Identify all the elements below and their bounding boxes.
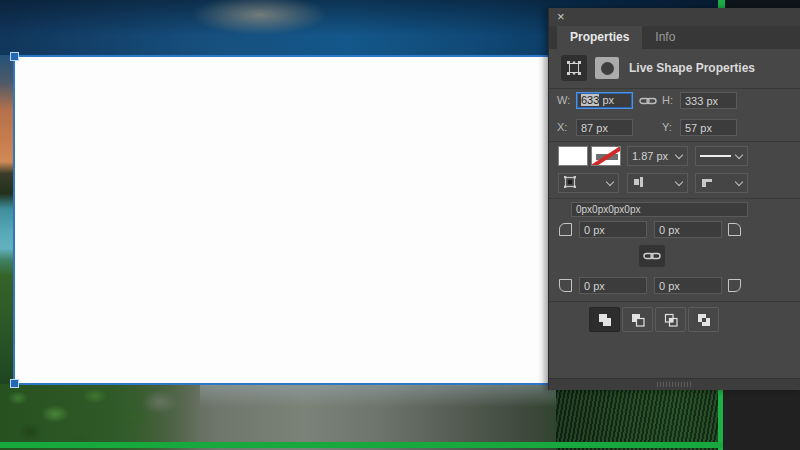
corner-radius-summary-input[interactable] bbox=[571, 202, 748, 217]
subtract-front-shape-icon bbox=[630, 312, 646, 328]
stroke-width-combo[interactable]: 1.87 px bbox=[627, 146, 688, 166]
link-dimensions-icon[interactable] bbox=[639, 96, 657, 108]
chevron-down-icon bbox=[675, 152, 683, 160]
corner-top-right-input[interactable] bbox=[654, 221, 722, 238]
corner-bottom-left-input[interactable] bbox=[579, 277, 647, 294]
live-shape-transform-icon[interactable] bbox=[561, 55, 587, 81]
chevron-down-icon bbox=[606, 179, 614, 187]
stroke-caps-combo[interactable] bbox=[627, 173, 688, 193]
screen-share-border-bottom bbox=[0, 442, 723, 448]
close-icon[interactable]: × bbox=[557, 9, 565, 25]
transform-handle-top-left[interactable] bbox=[10, 52, 19, 61]
panel-body: Live Shape Properties W: 633 px H: X: Y: bbox=[549, 49, 800, 378]
exclude-overlapping-shapes-icon bbox=[696, 312, 712, 328]
tab-info[interactable]: Info bbox=[642, 26, 688, 49]
exclude-overlapping-shapes-button[interactable] bbox=[688, 307, 719, 332]
width-label: W: bbox=[557, 92, 570, 109]
link-radius-values-icon[interactable] bbox=[639, 245, 665, 267]
stroke-caps-icon bbox=[632, 175, 675, 191]
divider bbox=[549, 198, 800, 199]
properties-panel: × Properties Info Liv bbox=[548, 8, 800, 390]
width-input[interactable]: 633 px bbox=[576, 92, 633, 109]
divider bbox=[549, 301, 800, 302]
stroke-width-value: 1.87 px bbox=[632, 150, 675, 162]
stroke-corners-icon bbox=[700, 175, 735, 191]
shape-mask-icon[interactable] bbox=[595, 57, 619, 79]
corner-top-left-icon bbox=[559, 223, 572, 236]
corner-bottom-right-input[interactable] bbox=[654, 277, 722, 294]
canvas-photo-blur-haze bbox=[200, 385, 560, 407]
chevron-down-icon bbox=[675, 179, 683, 187]
solid-stroke-glyph bbox=[700, 155, 731, 157]
transform-handle-bottom-left[interactable] bbox=[10, 379, 19, 388]
subtract-front-shape-button[interactable] bbox=[622, 307, 653, 332]
panel-tabbar: Properties Info bbox=[549, 26, 800, 49]
corner-top-right-icon bbox=[728, 223, 741, 236]
height-label: H: bbox=[662, 92, 673, 109]
y-input[interactable] bbox=[680, 119, 737, 136]
tab-properties[interactable]: Properties bbox=[557, 26, 642, 49]
photoshop-workspace: × Properties Info Liv bbox=[0, 0, 800, 450]
chevron-down-icon bbox=[735, 179, 743, 187]
corner-bottom-right-icon bbox=[728, 279, 741, 292]
corner-bottom-left-icon bbox=[559, 279, 572, 292]
x-label: X: bbox=[557, 119, 567, 136]
canvas-photo-foliage bbox=[0, 384, 200, 450]
marquee-icon-glyph bbox=[566, 60, 582, 76]
panel-section-title: Live Shape Properties bbox=[629, 61, 755, 75]
mask-circle-glyph bbox=[601, 62, 614, 75]
resize-grip-icon bbox=[657, 382, 693, 387]
canvas-photo-grass bbox=[556, 389, 718, 450]
corner-top-left-input[interactable] bbox=[579, 221, 647, 238]
canvas-photo-cloud bbox=[185, 0, 335, 34]
stroke-swatch[interactable] bbox=[591, 146, 621, 166]
divider bbox=[549, 88, 800, 89]
chevron-down-icon bbox=[735, 152, 743, 160]
x-input[interactable] bbox=[576, 119, 633, 136]
width-value-selected: 633 bbox=[581, 94, 599, 106]
pasteboard-corner bbox=[723, 388, 800, 450]
combine-shapes-button[interactable] bbox=[589, 307, 620, 332]
panel-titlebar: × bbox=[549, 8, 800, 26]
stroke-align-combo[interactable] bbox=[558, 173, 619, 193]
intersect-shape-areas-icon bbox=[663, 312, 679, 328]
stroke-align-icon bbox=[563, 175, 606, 191]
combine-shapes-icon bbox=[597, 312, 613, 328]
divider bbox=[549, 141, 800, 142]
stroke-type-combo[interactable] bbox=[695, 146, 748, 166]
stroke-corners-combo[interactable] bbox=[695, 173, 748, 193]
y-label: Y: bbox=[662, 119, 672, 136]
panel-resize-bar[interactable] bbox=[549, 378, 800, 390]
intersect-shape-areas-button[interactable] bbox=[655, 307, 686, 332]
fill-swatch[interactable] bbox=[558, 146, 588, 166]
width-value-unit: px bbox=[599, 94, 614, 106]
screen-share-border-right bbox=[718, 388, 723, 450]
height-input[interactable] bbox=[680, 92, 737, 109]
live-shape-rectangle[interactable] bbox=[13, 55, 549, 385]
